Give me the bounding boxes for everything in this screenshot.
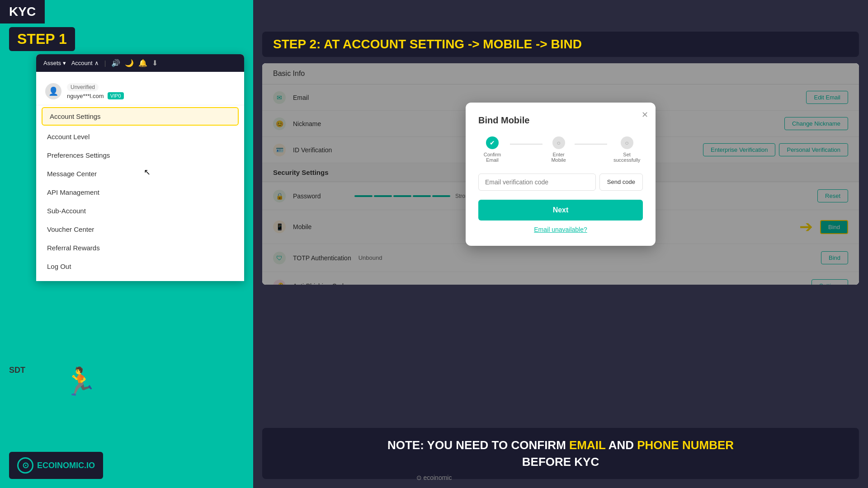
user-vip-badge: VIP0 — [108, 92, 124, 99]
note-line2: BEFORE KYC — [276, 454, 845, 470]
kyc-badge: KYC — [0, 0, 45, 23]
nav-account-label: Account — [71, 60, 93, 66]
eco-icon: ⊙ — [17, 457, 33, 474]
menu-message-center-label: Message Center — [47, 170, 97, 178]
email-unavailable-link[interactable]: Email unavailable? — [478, 226, 643, 233]
step3-label: Set successfully — [611, 152, 643, 163]
cursor-pointer: ↖ — [144, 167, 151, 177]
step2-banner: STEP 2: AT ACCOUNT SETTING -> MOBILE -> … — [262, 32, 859, 57]
note-email-highlight: EMAIL — [569, 438, 605, 452]
user-header: 👤 Unverified nguye***l.com VIP0 — [36, 77, 244, 105]
eco-logo: ⊙ ECOINOMIC.IO — [9, 452, 103, 479]
modal-title: Bind Mobile — [478, 115, 643, 126]
avatar-icon: 👤 — [48, 86, 58, 96]
account-panel: Basic Info ✉ Email Edit Email 😊 Nickname… — [262, 63, 859, 285]
nav-assets[interactable]: Assets ▾ — [43, 60, 66, 66]
next-btn-label: Next — [553, 206, 569, 214]
eco-center-logo: ⊙ ecoinomic — [416, 474, 452, 481]
menu-item-preferences[interactable]: Preferences Settings — [36, 146, 244, 164]
modal-close-button[interactable]: ✕ — [642, 110, 648, 120]
menu-item-sub-account[interactable]: Sub-Account — [36, 202, 244, 220]
menu-api-management-label: API Management — [47, 188, 99, 196]
menu-item-voucher-center[interactable]: Voucher Center — [36, 220, 244, 239]
step1-label: STEP 1 — [9, 27, 75, 51]
menu-item-api-management[interactable]: API Management — [36, 183, 244, 202]
download-icon[interactable]: ⬇ — [152, 59, 158, 67]
menu-voucher-center-label: Voucher Center — [47, 225, 94, 233]
step1-circle: ✔ — [486, 136, 499, 149]
step-line-2 — [575, 144, 607, 145]
user-unverified-badge: Unverified — [67, 83, 99, 91]
menu-item-referral-rewards[interactable]: Referral Rewards — [36, 239, 244, 257]
menu-item-message-center[interactable]: Message Center — [36, 164, 244, 183]
next-button[interactable]: Next — [478, 200, 643, 221]
user-info: Unverified nguye***l.com VIP0 — [67, 83, 235, 99]
note-banner: NOTE: YOU NEED TO CONFIRM EMAIL AND PHON… — [262, 428, 859, 479]
send-code-button[interactable]: Send code — [599, 174, 643, 191]
nav-icons: 🔊 🌙 🔔 ⬇ — [111, 59, 158, 67]
menu-item-account-level[interactable]: Account Level — [36, 127, 244, 146]
usdt-text: SDT — [9, 366, 25, 375]
progress-steps: ✔ Confirm Email ○ Enter Mobile ○ Set suc… — [478, 136, 643, 163]
eco-center-text: ⊙ ecoinomic — [416, 474, 452, 481]
sound-icon[interactable]: 🔊 — [111, 59, 120, 67]
menu-account-level-label: Account Level — [47, 133, 90, 141]
modal-overlay: Bind Mobile ✕ ✔ Confirm Email ○ Enter Mo… — [262, 63, 859, 285]
nav-divider: | — [104, 60, 106, 67]
menu-log-out-label: Log Out — [47, 263, 71, 270]
nav-account[interactable]: Account ∧ — [71, 60, 99, 66]
nav-bar: Assets ▾ Account ∧ | 🔊 🌙 🔔 ⬇ — [36, 54, 244, 72]
email-verification-input[interactable] — [478, 174, 596, 191]
step3-circle: ○ — [621, 136, 633, 149]
kyc-badge-text: KYC — [9, 5, 36, 19]
bell-icon[interactable]: 🔔 — [138, 59, 147, 67]
step-line-1 — [510, 144, 542, 145]
figure-illustration: 🏃 — [63, 366, 97, 398]
note-phone-highlight: PHONE NUMBER — [637, 438, 734, 452]
browser-panel: Assets ▾ Account ∧ | 🔊 🌙 🔔 ⬇ 👤 Unverifie… — [36, 54, 244, 281]
step-3: ○ Set successfully — [611, 136, 643, 163]
user-avatar: 👤 — [45, 83, 61, 99]
user-email: nguye***l.com — [67, 93, 104, 99]
dropdown-menu: 👤 Unverified nguye***l.com VIP0 Account … — [36, 72, 244, 281]
menu-sub-account-label: Sub-Account — [47, 207, 86, 215]
step2-text: STEP 2: AT ACCOUNT SETTING -> MOBILE -> … — [273, 37, 582, 52]
verification-input-row: Send code — [478, 174, 643, 191]
menu-item-log-out[interactable]: Log Out — [36, 257, 244, 276]
note-line1: NOTE: YOU NEED TO CONFIRM — [387, 438, 569, 452]
step-1: ✔ Confirm Email — [478, 136, 506, 163]
note-middle: AND — [605, 438, 637, 452]
moon-icon[interactable]: 🌙 — [125, 59, 134, 67]
eco-logo-text: ECOINOMIC.IO — [37, 461, 95, 470]
menu-referral-rewards-label: Referral Rewards — [47, 244, 100, 252]
step1-text: STEP 1 — [17, 31, 67, 47]
menu-account-settings-label: Account Settings — [50, 113, 101, 120]
step2-circle: ○ — [552, 136, 565, 149]
send-code-label: Send code — [607, 178, 635, 185]
step1-label: Confirm Email — [478, 152, 506, 163]
step2-label: Enter Mobile — [546, 152, 571, 163]
bind-mobile-modal: Bind Mobile ✕ ✔ Confirm Email ○ Enter Mo… — [466, 103, 656, 246]
menu-preferences-label: Preferences Settings — [47, 151, 110, 159]
nav-assets-label: Assets — [43, 60, 61, 66]
user-status-text: Unverified — [71, 84, 95, 90]
menu-item-account-settings[interactable]: Account Settings — [42, 107, 239, 126]
step-2: ○ Enter Mobile — [546, 136, 571, 163]
